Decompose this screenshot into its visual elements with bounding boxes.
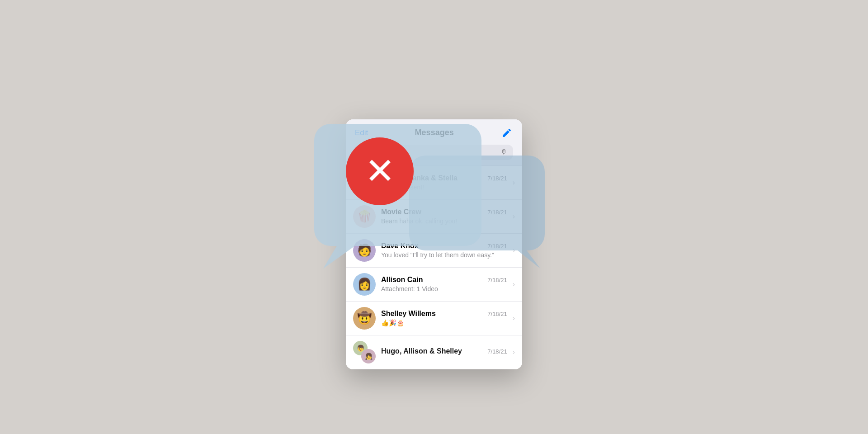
list-item[interactable]: 👩 👨 Eric, Priyanka & Stella 7/18/21 Stel… <box>346 166 522 200</box>
chevron-right-icon: › <box>513 280 515 288</box>
avatar: 🧑 <box>353 239 376 262</box>
search-input[interactable] <box>371 148 498 156</box>
sender-name: Allison Cain <box>381 276 423 284</box>
message-date: 7/18/21 <box>487 348 507 355</box>
avatar: 👩 👨 <box>353 171 376 194</box>
message-content: Shelley Willems 7/18/21 👍🎉🎂 <box>381 310 507 326</box>
preview-sender: Beam <box>381 217 398 225</box>
message-preview: Beam haha ok, calling you! <box>381 217 507 225</box>
list-item[interactable]: 🧑 Dave Knox 7/18/21 You loved "I'll try … <box>346 234 522 268</box>
preview-text: haha ok, calling you! <box>398 217 458 225</box>
chevron-right-icon: › <box>513 314 515 322</box>
message-date: 7/18/21 <box>487 243 507 250</box>
sender-name: Movie Crew <box>381 208 421 216</box>
chevron-right-icon: › <box>513 246 515 255</box>
preview-text: Attachment: 1 Video <box>381 285 438 292</box>
message-content: Dave Knox 7/18/21 You loved "I'll try to… <box>381 242 507 259</box>
avatar: 👩 <box>353 273 376 296</box>
page-title: Messages <box>415 128 454 137</box>
sender-name: Shelley Willems <box>381 310 436 318</box>
list-item[interactable]: 👩 Allison Cain 7/18/21 Attachment: 1 Vid… <box>346 268 522 302</box>
mic-icon[interactable]: 🎙 <box>500 148 508 156</box>
list-item[interactable]: 👦 👧 Hugo, Allison & Shelley 7/18/21 › <box>346 335 522 369</box>
preview-text: just sent! <box>397 184 424 191</box>
search-bar: 🔍 🎙 <box>355 145 513 160</box>
sender-name: Hugo, Allison & Shelley <box>381 347 462 355</box>
avatar: 👦 👧 <box>353 341 376 363</box>
message-date: 7/18/21 <box>487 175 507 182</box>
sender-name: Dave Knox <box>381 242 419 250</box>
chevron-right-icon: › <box>513 348 515 356</box>
message-date: 7/18/21 <box>487 209 507 216</box>
message-content: Hugo, Allison & Shelley 7/18/21 <box>381 347 507 357</box>
edit-button[interactable]: Edit <box>355 128 368 137</box>
message-preview: Attachment: 1 Video <box>381 285 507 292</box>
list-item[interactable]: 🤠 Shelley Willems 7/18/21 👍🎉🎂 › <box>346 302 522 335</box>
message-date: 7/18/21 <box>487 311 507 317</box>
avatar: 🤠 <box>353 307 376 330</box>
message-content: Allison Cain 7/18/21 Attachment: 1 Video <box>381 276 507 292</box>
search-icon: 🔍 <box>360 149 368 156</box>
preview-text: 👍🎉🎂 <box>381 319 404 326</box>
preview-text: You loved "I'll try to let them down eas… <box>381 251 494 259</box>
message-content: Movie Crew 7/18/21 Beam haha ok, calling… <box>381 208 507 225</box>
messages-panel: Edit Messages 🔍 🎙 👩 👨 <box>346 119 522 369</box>
sender-name: Eric, Priyanka & Stella <box>381 174 458 182</box>
message-preview: 👍🎉🎂 <box>381 319 507 326</box>
chevron-right-icon: › <box>513 179 515 187</box>
message-content: Eric, Priyanka & Stella 7/18/21 Stella j… <box>381 174 507 191</box>
list-item[interactable]: 🍿 Movie Crew 7/18/21 Beam haha ok, calli… <box>346 200 522 234</box>
compose-button[interactable] <box>500 127 513 139</box>
message-preview: Stella just sent! <box>381 184 507 191</box>
message-list: 👩 👨 Eric, Priyanka & Stella 7/18/21 Stel… <box>346 166 522 369</box>
avatar: 🍿 <box>353 205 376 228</box>
chevron-right-icon: › <box>513 212 515 221</box>
message-date: 7/18/21 <box>487 277 507 283</box>
message-preview: You loved "I'll try to let them down eas… <box>381 251 507 259</box>
preview-sender: Stella <box>381 184 397 191</box>
messages-header: Edit Messages 🔍 🎙 <box>346 119 522 166</box>
